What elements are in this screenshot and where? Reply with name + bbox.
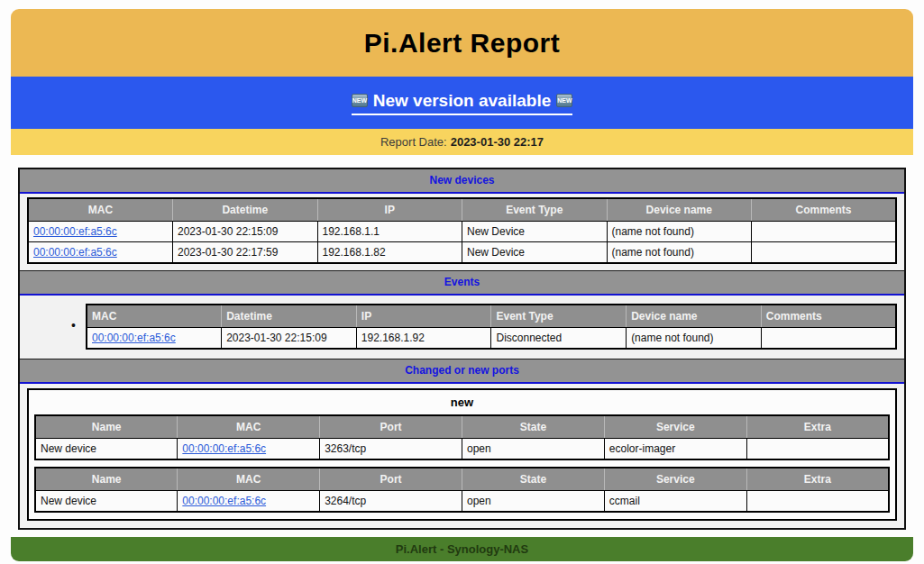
events-table: MACDatetimeIPEvent TypeDevice nameCommen… — [86, 304, 897, 350]
column-header: Event Type — [462, 198, 608, 222]
table-cell: 2023-01-30 22:15:09 — [222, 328, 357, 350]
column-header: MAC — [178, 415, 320, 439]
section-title: New devices — [429, 174, 494, 186]
mac-link[interactable]: 00:00:00:ef:a5:6c — [182, 442, 266, 455]
table-cell: 3264/tcp — [320, 491, 462, 513]
table-cell: New Device — [462, 242, 608, 264]
table-cell — [761, 328, 896, 350]
column-header: Service — [604, 415, 746, 439]
column-header: Datetime — [222, 305, 357, 328]
page-title: Pi.Alert Report — [364, 28, 561, 59]
report-footer: Pi.Alert - Synology-NAS — [11, 537, 913, 561]
report-body: New devices MACDatetimeIPEvent TypeDevic… — [18, 168, 906, 530]
events-list-item: • MACDatetimeIPEvent TypeDevice nameComm… — [20, 296, 904, 359]
ports-group-box: new NameMACPortStateServiceExtraNew devi… — [27, 388, 897, 521]
pi-alert-report-page: Pi.Alert Report NEW New version availabl… — [0, 0, 924, 564]
column-header: MAC — [178, 468, 320, 491]
column-header: IP — [356, 305, 491, 328]
table-cell: 192.168.1.1 — [317, 222, 462, 242]
ports-table-1: NameMACPortStateServiceExtraNew device00… — [34, 414, 890, 460]
table-cell: 00:00:00:ef:a5:6c — [87, 328, 222, 350]
table-cell: 3263/tcp — [320, 439, 462, 460]
column-header: State — [462, 415, 604, 439]
table-cell: open — [462, 439, 604, 460]
table-cell: ccmail — [604, 491, 746, 513]
column-header: Device name — [627, 305, 762, 328]
ports-table-2: NameMACPortStateServiceExtraNew device00… — [34, 467, 890, 513]
table-row: New device00:00:00:ef:a5:6c3263/tcpopene… — [35, 439, 889, 460]
mac-link[interactable]: 00:00:00:ef:a5:6c — [182, 495, 266, 507]
table-cell: open — [462, 491, 604, 513]
new-version-banner: NEW New version available NEW — [11, 77, 913, 129]
column-header: Name — [35, 468, 178, 491]
section-header-ports: Changed or new ports — [20, 359, 904, 384]
new-badge-icon: NEW — [556, 94, 572, 107]
table-cell: New device — [35, 491, 178, 513]
report-header: Pi.Alert Report — [11, 9, 913, 77]
new-devices-table-wrap: MACDatetimeIPEvent TypeDevice nameCommen… — [27, 197, 897, 264]
list-bullet: • — [71, 316, 86, 334]
table-cell: (name not found) — [607, 242, 752, 264]
table-row: 00:00:00:ef:a5:6c2023-01-30 22:17:59192.… — [28, 242, 896, 264]
table-cell: New device — [35, 439, 178, 460]
table-row: 00:00:00:ef:a5:6c2023-01-30 22:15:09192.… — [87, 328, 896, 350]
table-cell: 2023-01-30 22:17:59 — [173, 242, 318, 264]
column-header: Service — [604, 468, 746, 491]
table-header-row: NameMACPortStateServiceExtra — [35, 468, 889, 491]
mac-link[interactable]: 00:00:00:ef:a5:6c — [92, 332, 176, 344]
mac-link[interactable]: 00:00:00:ef:a5:6c — [33, 246, 117, 259]
new-badge-icon: NEW — [352, 94, 368, 107]
new-devices-table: MACDatetimeIPEvent TypeDevice nameCommen… — [27, 197, 897, 264]
table-row: New device00:00:00:ef:a5:6c3264/tcpopenc… — [35, 491, 889, 513]
table-cell — [752, 242, 897, 264]
column-header: MAC — [87, 305, 222, 328]
table-cell: Disconnected — [491, 328, 627, 350]
table-header-row: MACDatetimeIPEvent TypeDevice nameCommen… — [87, 305, 896, 328]
table-cell — [752, 222, 897, 242]
column-header: MAC — [28, 198, 173, 222]
column-header: Comments — [752, 198, 897, 222]
table-cell: 00:00:00:ef:a5:6c — [28, 242, 173, 264]
column-header: Port — [320, 415, 462, 439]
table-cell: (name not found) — [607, 222, 752, 242]
column-header: Extra — [746, 415, 889, 439]
column-header: Event Type — [491, 305, 627, 328]
footer-label: Pi.Alert - Synology-NAS — [396, 542, 528, 556]
table-header-row: MACDatetimeIPEvent TypeDevice nameCommen… — [28, 198, 896, 222]
column-header: State — [462, 468, 604, 491]
table-cell — [746, 439, 889, 460]
table-cell: New Device — [462, 222, 608, 242]
table-header-row: NameMACPortStateServiceExtra — [35, 415, 889, 439]
table-cell — [746, 491, 889, 513]
column-header: Port — [320, 468, 462, 491]
section-title: Changed or new ports — [405, 364, 519, 377]
table-cell: (name not found) — [627, 328, 762, 350]
table-cell: 00:00:00:ef:a5:6c — [28, 222, 173, 242]
column-header: Device name — [607, 198, 752, 222]
column-header: IP — [317, 198, 462, 222]
table-cell: 2023-01-30 22:15:09 — [173, 222, 318, 242]
column-header: Name — [35, 415, 178, 439]
column-header: Extra — [746, 468, 889, 491]
new-version-link-label: New version available — [373, 91, 552, 111]
report-date-bar: Report Date: 2023-01-30 22:17 — [11, 129, 913, 155]
table-cell: ecolor-imager — [604, 439, 746, 460]
table-cell: 00:00:00:ef:a5:6c — [178, 439, 320, 460]
column-header: Comments — [761, 305, 896, 328]
table-row: 00:00:00:ef:a5:6c2023-01-30 22:15:09192.… — [28, 222, 896, 242]
section-title: Events — [444, 276, 480, 288]
table-cell: 192.168.1.92 — [356, 328, 491, 350]
column-header: Datetime — [173, 198, 318, 222]
mac-link[interactable]: 00:00:00:ef:a5:6c — [33, 225, 117, 238]
table-cell: 00:00:00:ef:a5:6c — [178, 491, 320, 513]
new-version-link[interactable]: NEW New version available NEW — [352, 91, 573, 115]
report-date-label: Report Date: — [380, 135, 447, 149]
section-header-events: Events — [20, 270, 904, 296]
table-cell: 192.168.1.82 — [317, 242, 462, 264]
ports-group-title: new — [34, 390, 890, 414]
section-header-new-devices: New devices — [20, 169, 904, 194]
report-date-value: 2023-01-30 22:17 — [451, 135, 544, 149]
